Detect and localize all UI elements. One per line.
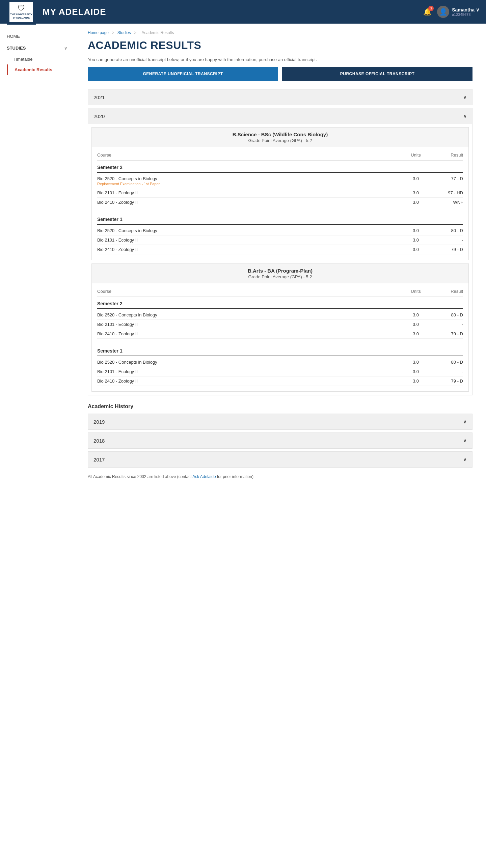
year-accordion-2019: 2019 ∨ <box>88 414 473 430</box>
table-header-barts: Course Units Result <box>97 286 463 297</box>
table-row: Bio 2520 - Concepts in Biology Replaceme… <box>97 174 463 188</box>
year-accordion-2018: 2018 ∨ <box>88 432 473 449</box>
page-layout: HOME STUDIES ∨ Timetable Academic Result… <box>0 24 486 868</box>
header-logo-container: 🛡 THE UNIVERSITY of ADELAIDE <box>7 0 36 25</box>
year-accordion-2021: 2021 ∨ <box>88 89 473 105</box>
table-header: Course Units Result <box>97 150 463 161</box>
transcript-buttons: GENERATE UNOFFICIAL TRANSCRIPT PURCHASE … <box>88 67 473 81</box>
chevron-down-icon: ∨ <box>463 94 467 100</box>
col-header-units: Units <box>402 152 429 158</box>
year-accordion-2020: 2020 ∧ B.Science - BSc (Wildlife Cons Bi… <box>88 108 473 395</box>
semester-header-barts-s1: Semester 1 <box>97 344 463 356</box>
program-barts-gpa: Grade Point Average (GPA) - 5.2 <box>97 274 463 279</box>
table-row: Bio 2410 - Zoology II 3.0 79 - D <box>97 245 463 254</box>
col-header-course-barts: Course <box>97 289 402 294</box>
col-header-course: Course <box>97 152 402 158</box>
chevron-down-icon: ∨ <box>463 438 467 444</box>
header-actions: 🔔 3 👤 Samantha ∨ a12345678 <box>423 6 479 18</box>
year-header-2021[interactable]: 2021 ∨ <box>88 89 472 105</box>
page-title: ACADEMIC RESULTS <box>88 39 473 52</box>
program-bscience-gpa: Grade Point Average (GPA) - 5.2 <box>97 138 463 143</box>
semester-header-bscience-s1: Semester 1 <box>97 213 463 225</box>
program-barts-name: B.Arts - BA (Program-Plan) <box>97 268 463 274</box>
breadcrumb-home[interactable]: Home page <box>88 30 109 35</box>
table-row: Bio 2101 - Ecology II 3.0 97 - HD <box>97 188 463 198</box>
notification-badge: 3 <box>428 6 434 11</box>
col-header-units-barts: Units <box>402 289 429 294</box>
avatar-image: 👤 <box>439 8 448 16</box>
user-id: a12345678 <box>452 12 479 17</box>
program-bscience: B.Science - BSc (Wildlife Cons Biology) … <box>91 127 469 260</box>
university-logo: 🛡 THE UNIVERSITY of ADELAIDE <box>9 2 33 22</box>
generate-unofficial-transcript-button[interactable]: GENERATE UNOFFICIAL TRANSCRIPT <box>88 67 278 81</box>
semester-header-barts-s2: Semester 2 <box>97 297 463 309</box>
table-row: Bio 2410 - Zoology II 3.0 79 - D <box>97 376 463 386</box>
footer-note: All Academic Results since 2002 are list… <box>88 474 473 479</box>
table-row: Bio 2410 - Zoology II 3.0 79 - D <box>97 329 463 339</box>
table-row: Bio 2520 - Concepts in Biology 3.0 80 - … <box>97 310 463 320</box>
program-bscience-name: B.Science - BSc (Wildlife Cons Biology) <box>97 132 463 137</box>
chevron-down-icon: ∨ <box>463 419 467 425</box>
course-table-barts: Course Units Result Semester 2 Bio 2520 … <box>92 286 468 391</box>
sidebar-submenu-studies: Timetable Academic Results <box>0 54 74 75</box>
program-bscience-header: B.Science - BSc (Wildlife Cons Biology) … <box>92 128 468 147</box>
year-header-2017[interactable]: 2017 ∨ <box>88 452 472 467</box>
program-barts: B.Arts - BA (Program-Plan) Grade Point A… <box>91 263 469 392</box>
table-row: Bio 2520 - Concepts in Biology 3.0 80 - … <box>97 226 463 235</box>
user-details: Samantha ∨ a12345678 <box>452 7 479 17</box>
app-title: MY ADELAIDE <box>43 7 423 17</box>
main-content: Home page > Studies > Academic Results A… <box>74 24 486 868</box>
shield-icon: 🛡 <box>18 4 25 13</box>
info-text: You can generate an unofficial transcrip… <box>88 57 473 62</box>
course-table-bscience: Course Units Result Semester 2 Bio 2520 … <box>92 150 468 260</box>
year-header-2019[interactable]: 2019 ∨ <box>88 414 472 429</box>
table-row: Bio 2520 - Concepts in Biology 3.0 80 - … <box>97 358 463 367</box>
table-row: Bio 2101 - Ecology II 3.0 - <box>97 320 463 329</box>
user-name: Samantha ∨ <box>452 7 479 12</box>
academic-history-title: Academic History <box>88 403 473 410</box>
sidebar-item-studies[interactable]: STUDIES ∨ <box>0 42 74 54</box>
col-header-result: Result <box>429 152 463 158</box>
table-row: Bio 2410 - Zoology II 3.0 WNF <box>97 198 463 207</box>
table-row: Bio 2101 - Ecology II 3.0 - <box>97 367 463 376</box>
notification-bell[interactable]: 🔔 3 <box>423 8 432 16</box>
avatar: 👤 <box>437 6 449 18</box>
program-barts-header: B.Arts - BA (Program-Plan) Grade Point A… <box>92 264 468 283</box>
chevron-down-icon: ∨ <box>64 46 67 51</box>
ask-adelaide-link[interactable]: Ask Adelaide <box>192 474 216 479</box>
year-header-2018[interactable]: 2018 ∨ <box>88 433 472 448</box>
breadcrumb: Home page > Studies > Academic Results <box>88 30 473 35</box>
breadcrumb-current: Academic Results <box>141 30 174 35</box>
col-header-result-barts: Result <box>429 289 463 294</box>
header: 🛡 THE UNIVERSITY of ADELAIDE MY ADELAIDE… <box>0 0 486 24</box>
chevron-up-icon: ∧ <box>463 113 467 119</box>
sidebar: HOME STUDIES ∨ Timetable Academic Result… <box>0 24 74 868</box>
year-content-2020: B.Science - BSc (Wildlife Cons Biology) … <box>88 127 472 392</box>
year-header-2020[interactable]: 2020 ∧ <box>88 108 472 124</box>
semester-header-bscience-s2: Semester 2 <box>97 161 463 173</box>
table-row: Bio 2101 - Ecology II 3.0 - <box>97 235 463 245</box>
logo-text: THE UNIVERSITY of ADELAIDE <box>10 13 32 19</box>
user-menu[interactable]: 👤 Samantha ∨ a12345678 <box>437 6 479 18</box>
sidebar-subitem-timetable[interactable]: Timetable <box>7 54 74 64</box>
year-accordion-2017: 2017 ∨ <box>88 451 473 468</box>
purchase-official-transcript-button[interactable]: PURCHASE OFFICIAL TRANSCRIPT <box>282 67 473 81</box>
breadcrumb-studies[interactable]: Studies <box>117 30 131 35</box>
sidebar-item-home[interactable]: HOME <box>0 30 74 42</box>
chevron-down-icon: ∨ <box>463 456 467 463</box>
sidebar-subitem-academic-results[interactable]: Academic Results <box>7 64 74 75</box>
